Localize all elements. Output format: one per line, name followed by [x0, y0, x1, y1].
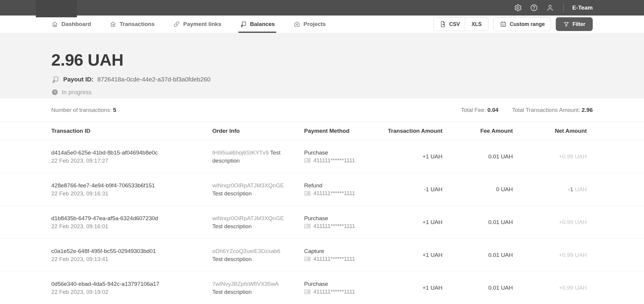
navbar: Dashboard Transactions Payment links Bal…: [0, 16, 644, 33]
transaction-id: 0d56e340-ebad-4da5-942c-a13797106a17: [51, 280, 212, 288]
net-amount-value: +0.99: [559, 153, 573, 160]
export-button-group: CSV XLS: [434, 17, 489, 31]
nav-tabs: Dashboard Transactions Payment links Bal…: [51, 16, 326, 33]
table-row[interactable]: 428e8766-fee7-4e94-b9f4-706533b6f151 22 …: [0, 173, 644, 206]
csv-button-label: CSV: [449, 21, 460, 27]
fee-amount: 0.01 UAH: [442, 252, 513, 258]
filter-button-label: Filter: [572, 21, 585, 27]
tab-label: Payment links: [183, 21, 221, 27]
order-description: Test description: [212, 190, 252, 197]
fee-amount: 0.01 UAH: [442, 153, 513, 160]
tab-label: Dashboard: [61, 21, 91, 27]
payment-method: Refund: [304, 181, 385, 189]
card-line: 411111******1111: [304, 255, 385, 263]
order-id: tHIli5sal6hoj6SIKYTv9: [212, 149, 269, 156]
payment-method-cell: Refund 411111******1111: [304, 181, 385, 197]
user-icon[interactable]: [546, 4, 554, 12]
payment-method-cell: Purchase 411111******1111: [304, 149, 385, 165]
fee-amount: 0.01 UAH: [442, 285, 513, 291]
link-icon: [173, 21, 180, 28]
transactions-count-value: 5: [113, 107, 116, 113]
payment-method: Purchase: [304, 214, 385, 222]
transaction-id-cell: c0a1e52e-648f-495f-bc55-02949303bd01 22 …: [51, 247, 212, 263]
custom-range-button[interactable]: Custom range: [493, 17, 551, 31]
credit-card-icon: [304, 158, 311, 163]
payment-method: Purchase: [304, 149, 385, 157]
transaction-id: c0a1e52e-648f-495f-bc55-02949303bd01: [51, 247, 212, 255]
export-xls-button[interactable]: XLS: [465, 18, 488, 31]
fee-amount: 0.01 UAH: [442, 219, 513, 226]
order-id: wiNnqz0OiRpATJM3XQnGE: [212, 182, 284, 189]
card-line: 411111******1111: [304, 222, 385, 230]
header-payment-method: Payment Method: [304, 128, 385, 134]
payment-method-cell: Capture 411111******1111: [304, 247, 385, 263]
fee-amount: 0 UAH: [442, 186, 513, 193]
order-description: Test description: [212, 223, 252, 229]
total-fee-label: Total Fee:: [461, 107, 486, 113]
transaction-id-cell: 0d56e340-ebad-4da5-942c-a13797106a17 22 …: [51, 280, 212, 296]
order-description: Test description: [212, 256, 252, 262]
tab-payment-links[interactable]: Payment links: [173, 16, 221, 33]
calendar-icon: [500, 21, 507, 28]
toolbar: CSV XLS Custom range Filter: [434, 17, 593, 31]
table-row[interactable]: d414a5e0-625e-41bd-8b15-af04694b8e0c 22 …: [0, 140, 644, 173]
payout-id-row: Payout ID: 8726418a-0cde-44e2-a37d-bf3a0…: [51, 75, 593, 84]
total-transactions-amount: Total Transactions Amount: 2.96: [512, 107, 593, 113]
transaction-date: 22 Feb 2023, 09:19:02: [51, 288, 212, 296]
payment-method-cell: Purchase 411111******1111: [304, 280, 385, 296]
net-amount-value: +0.99: [559, 219, 573, 225]
order-info-cell: wiNnqz0OiRpATJM3XQnGE Test description: [212, 181, 290, 197]
logo-block: [36, 0, 77, 17]
export-csv-button[interactable]: CSV: [434, 18, 465, 31]
payout-card-icon: [51, 75, 59, 84]
tab-label: Projects: [304, 21, 326, 27]
order-id: wiNnqz0OiRpATJM3XQnGE: [212, 215, 284, 221]
net-amount-currency: UAH: [575, 252, 587, 258]
order-id: oDh6YZcoQ2ueiE3Dzxab6: [212, 248, 280, 254]
tab-label: Balances: [250, 21, 275, 27]
order-info-cell: oDh6YZcoQ2ueiE3Dzxab6 Test description: [212, 247, 290, 263]
settings-gear-icon[interactable]: [514, 4, 522, 12]
payout-status-row: In progress: [51, 88, 593, 96]
transactions-count: Number of transactions: 5: [51, 107, 116, 113]
order-info-cell: wiNnqz0OiRpATJM3XQnGE Test description: [212, 214, 290, 230]
filter-button[interactable]: Filter: [556, 17, 593, 31]
credit-card-icon: [304, 289, 311, 294]
card-number: 411111******1111: [313, 256, 355, 262]
file-export-icon: [439, 21, 446, 28]
credit-card-icon: [304, 191, 311, 196]
card-line: 411111******1111: [304, 189, 385, 197]
net-amount-currency: UAH: [575, 186, 587, 192]
table-row[interactable]: c0a1e52e-648f-495f-bc55-02949303bd01 22 …: [0, 239, 644, 271]
tab-balances[interactable]: Balances: [240, 16, 275, 33]
net-amount: +0.99 UAH: [513, 153, 593, 160]
payout-amount: 2.96 UAH: [51, 51, 593, 69]
tab-dashboard[interactable]: Dashboard: [51, 16, 91, 33]
net-amount-value: +0.99: [559, 285, 573, 291]
order-id: 7wINvyJBZpfsWfIVX35wA: [212, 281, 278, 287]
transaction-amount: +1 UAH: [385, 219, 442, 226]
team-name[interactable]: E-Team: [572, 4, 593, 11]
order-info-cell: tHIli5sal6hoj6SIKYTv9 Test description: [212, 149, 290, 165]
transaction-amount: +1 UAH: [385, 285, 442, 291]
projects-icon: [293, 21, 301, 28]
transaction-date: 22 Feb 2023, 09:16:31: [51, 189, 212, 197]
payment-method: Capture: [304, 247, 385, 255]
order-description: Test description: [212, 289, 252, 295]
table-row[interactable]: 0d56e340-ebad-4da5-942c-a13797106a17 22 …: [0, 271, 644, 304]
credit-card-icon: [304, 224, 311, 229]
credit-card-icon: [304, 257, 311, 261]
tab-transactions[interactable]: Transactions: [109, 16, 154, 33]
card-transfer-icon: [240, 21, 247, 28]
totals-strip: Number of transactions: 5 Total Fee: 0.0…: [0, 98, 644, 122]
card-number: 411111******1111: [313, 157, 355, 164]
table-row[interactable]: d1b8435b-6479-47ea-af5a-6324d607230d 22 …: [0, 206, 644, 239]
tab-projects[interactable]: Projects: [293, 16, 326, 33]
payment-method-cell: Purchase 411111******1111: [304, 214, 385, 230]
help-icon[interactable]: [530, 4, 538, 12]
total-amount-value: 2.96: [582, 107, 593, 113]
transaction-date: 22 Feb 2023, 09:13:41: [51, 255, 212, 263]
active-tab-indicator: [238, 32, 276, 33]
topbar-divider: [563, 3, 564, 12]
total-amount-label: Total Transactions Amount:: [512, 107, 580, 113]
